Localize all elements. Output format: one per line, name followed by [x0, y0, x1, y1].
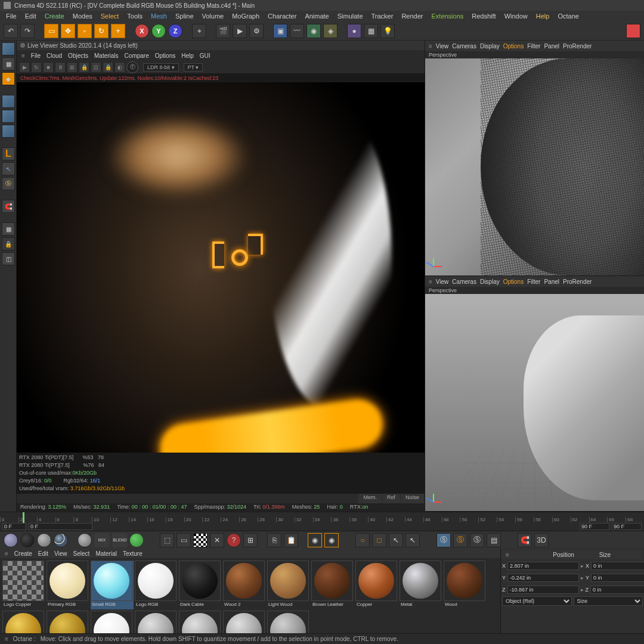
shape-circle-button[interactable]: ○: [355, 533, 370, 547]
size-mode-select[interactable]: Size: [574, 596, 643, 606]
coord-system-button[interactable]: ⌖: [192, 24, 206, 38]
workplane-button[interactable]: ◆: [2, 72, 15, 85]
time-ruler[interactable]: 0246810121416182022242628303234363840424…: [0, 512, 644, 522]
material-metal[interactable]: Metal: [400, 561, 442, 609]
menu-edit[interactable]: Edit: [21, 11, 40, 21]
layout-button[interactable]: [626, 24, 640, 38]
solo-s-2[interactable]: Ⓢ: [453, 533, 467, 547]
render-viewport[interactable]: RTX 2080 Ti(PDT)[7.5] %53 78 RTX 2080 Ti…: [17, 82, 425, 494]
orange-btn-2[interactable]: ◉: [324, 533, 339, 547]
viewer-clay-button[interactable]: ◐: [114, 62, 125, 73]
mat-menu-edit[interactable]: Edit: [38, 550, 48, 557]
vp-menu-view[interactable]: View: [436, 43, 449, 49]
node-btn-1[interactable]: ⬚: [160, 533, 174, 547]
coord-z-input[interactable]: [507, 586, 579, 594]
mat-menu-texture[interactable]: Texture: [123, 550, 143, 557]
orange-btn-1[interactable]: ◉: [308, 533, 322, 547]
select-tool[interactable]: ▭: [44, 24, 58, 38]
model-mode-button[interactable]: [2, 42, 15, 55]
axis-x-toggle[interactable]: X: [135, 24, 149, 38]
axis-y-toggle[interactable]: Y: [151, 24, 166, 38]
matpreset-1[interactable]: [4, 533, 18, 547]
snap-toolbar-button[interactable]: 🧲: [518, 533, 532, 547]
menu-character[interactable]: Character: [264, 11, 300, 21]
solo-s-3[interactable]: Ⓢ: [470, 533, 484, 547]
move-tool[interactable]: ✥: [61, 24, 75, 38]
render-pv-button[interactable]: ▶: [233, 24, 247, 38]
render-view-button[interactable]: 🎬: [216, 24, 230, 38]
viewer-menu-gui[interactable]: GUI: [200, 52, 210, 59]
viewport-top-canvas[interactable]: [425, 58, 644, 275]
menu-select[interactable]: Select: [97, 11, 123, 21]
axis-z-toggle[interactable]: Z: [168, 24, 182, 38]
viewer-play-button[interactable]: ▶: [19, 62, 30, 73]
tweak-button[interactable]: ↖: [2, 162, 15, 175]
grid-button[interactable]: ▦: [2, 222, 15, 236]
shape-square-button[interactable]: □: [372, 533, 386, 547]
frame-end-field[interactable]: [612, 523, 642, 530]
viewer-lock-button[interactable]: 🔒: [103, 62, 113, 73]
material-brown-leather[interactable]: Brown Leather: [311, 561, 354, 609]
vp2-menu-options[interactable]: Options: [503, 278, 524, 285]
solo-layers[interactable]: ▤: [487, 533, 501, 547]
guides-button[interactable]: ◫: [2, 252, 15, 265]
vp-menu-display[interactable]: Display: [480, 43, 500, 49]
tab-noise[interactable]: Noise: [401, 494, 424, 503]
edge-mode-button[interactable]: [2, 125, 15, 138]
viewer-menu-file[interactable]: File: [31, 52, 41, 59]
menu-help[interactable]: Help: [532, 11, 553, 21]
environment-button[interactable]: ●: [347, 24, 361, 38]
menu-volume[interactable]: Volume: [199, 11, 228, 21]
viewer-ldr-dropdown[interactable]: LDR 8-bit ▾: [143, 63, 179, 72]
menu-window[interactable]: Window: [501, 11, 531, 21]
matpreset-osl[interactable]: [130, 534, 143, 547]
matpreset-2[interactable]: [20, 533, 35, 547]
vp2-menu-display[interactable]: Display: [480, 278, 500, 285]
viewer-btn-6[interactable]: 🔒: [79, 62, 89, 73]
tab-mem[interactable]: Mem.: [358, 494, 382, 503]
texture-mode-button[interactable]: ▦: [2, 57, 15, 70]
coord-x-input[interactable]: [507, 562, 579, 570]
viewer-restart-button[interactable]: ↻: [31, 62, 42, 73]
matpreset-4[interactable]: [54, 533, 68, 547]
material-small-rgb[interactable]: Small RGB: [91, 561, 134, 609]
material-logo-copper[interactable]: Logo Copper: [2, 561, 45, 609]
material-logo-rgb[interactable]: Logo RGB: [135, 561, 178, 609]
menu-tools[interactable]: Tools: [123, 11, 146, 21]
mat-menu-material[interactable]: Material: [95, 550, 117, 557]
coord-mode-select[interactable]: Object (Rel): [502, 596, 572, 606]
material-light-wood[interactable]: Light Wood: [267, 561, 310, 609]
mat-menu-create[interactable]: Create: [14, 550, 32, 557]
paste-button[interactable]: 📋: [284, 533, 298, 547]
btn-3d[interactable]: 3D: [534, 533, 549, 547]
cursor-2[interactable]: ↖: [405, 533, 420, 547]
object-mode-button[interactable]: [2, 95, 15, 108]
cube-primitive-button[interactable]: ▣: [273, 24, 287, 38]
vp-menu-cameras[interactable]: Cameras: [452, 43, 476, 49]
render-settings-button[interactable]: ⚙: [249, 24, 264, 38]
node-checker-button[interactable]: [193, 533, 208, 547]
redo-button[interactable]: ↷: [20, 24, 35, 38]
menu-octane[interactable]: Octane: [554, 11, 582, 21]
frame-range-end-field[interactable]: [580, 523, 609, 530]
material-wood-2[interactable]: Wood 2: [223, 561, 266, 609]
viewer-btn-5[interactable]: ⊞: [67, 62, 78, 73]
copy-button[interactable]: ⎘: [267, 533, 281, 547]
timeline[interactable]: 0246810121416182022242628303234363840424…: [0, 512, 644, 531]
menu-modes[interactable]: Modes: [69, 11, 96, 21]
point-mode-button[interactable]: [2, 110, 15, 123]
viewer-menu-cloud[interactable]: Cloud: [47, 52, 62, 59]
menu-render[interactable]: Render: [398, 11, 426, 21]
axis-button[interactable]: L: [2, 147, 15, 160]
cursor-1[interactable]: ↖: [389, 533, 403, 547]
material-primary-rgb[interactable]: Primary RGB: [47, 561, 89, 609]
frame-start-field[interactable]: [2, 523, 26, 530]
playhead[interactable]: [23, 512, 24, 523]
menu-animate[interactable]: Animate: [301, 11, 332, 21]
vp2-menu-filter[interactable]: Filter: [527, 278, 540, 285]
viewer-menu-objects[interactable]: Objects: [68, 52, 88, 59]
vp2-menu-panel[interactable]: Panel: [544, 278, 559, 285]
mat-menu-view[interactable]: View: [54, 550, 67, 557]
generator-button[interactable]: ◉: [306, 24, 321, 38]
scale-tool[interactable]: ▫: [78, 24, 92, 38]
